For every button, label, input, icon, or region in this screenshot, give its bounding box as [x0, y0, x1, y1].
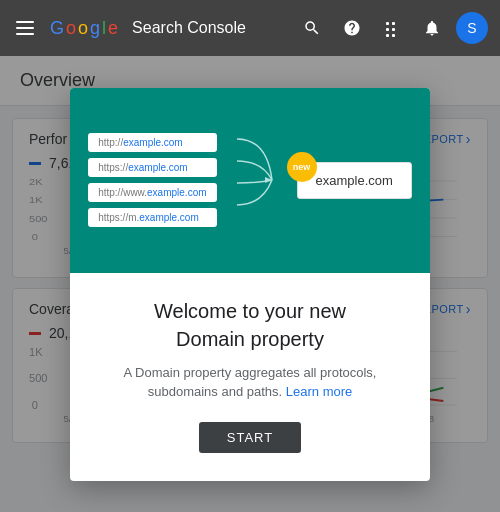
apps-icon[interactable]: [376, 12, 408, 44]
connector-arrows: [237, 125, 277, 235]
notifications-icon[interactable]: [416, 12, 448, 44]
url-list: http://example.com https://example.com h…: [88, 133, 216, 227]
url-item-mobile: https://m.example.com: [88, 208, 216, 227]
svg-point-8: [392, 34, 395, 37]
modal-body: Welcome to your newDomain property A Dom…: [70, 273, 430, 481]
learn-more-link[interactable]: Learn more: [286, 384, 352, 399]
top-navigation: Google Search Console S: [0, 0, 500, 56]
svg-point-4: [392, 22, 395, 25]
domain-property-modal: http://example.com https://example.com h…: [70, 88, 430, 481]
svg-rect-2: [16, 33, 34, 35]
user-avatar[interactable]: S: [456, 12, 488, 44]
start-button[interactable]: START: [199, 422, 301, 453]
app-name-label: Search Console: [132, 19, 246, 37]
modal-illustration: http://example.com https://example.com h…: [70, 88, 430, 273]
url-item-http: http://example.com: [88, 133, 216, 152]
google-logo: Google: [50, 18, 118, 39]
url-item-https: https://example.com: [88, 158, 216, 177]
modal-description: A Domain property aggregates all protoco…: [98, 363, 402, 402]
hamburger-menu-icon[interactable]: [12, 13, 38, 44]
svg-point-5: [386, 28, 389, 31]
svg-rect-0: [16, 21, 34, 23]
new-badge: new: [287, 152, 317, 182]
svg-point-3: [386, 22, 389, 25]
url-item-www: http://www.example.com: [88, 183, 216, 202]
svg-point-7: [386, 34, 389, 37]
svg-rect-1: [16, 27, 34, 29]
modal-overlay: http://example.com https://example.com h…: [0, 56, 500, 512]
modal-title: Welcome to your newDomain property: [98, 297, 402, 353]
domain-diagram: http://example.com https://example.com h…: [88, 125, 412, 235]
search-icon[interactable]: [296, 12, 328, 44]
svg-point-6: [392, 28, 395, 31]
result-domain-wrapper: new example.com: [297, 162, 412, 199]
nav-icons-group: S: [296, 12, 488, 44]
help-icon[interactable]: [336, 12, 368, 44]
